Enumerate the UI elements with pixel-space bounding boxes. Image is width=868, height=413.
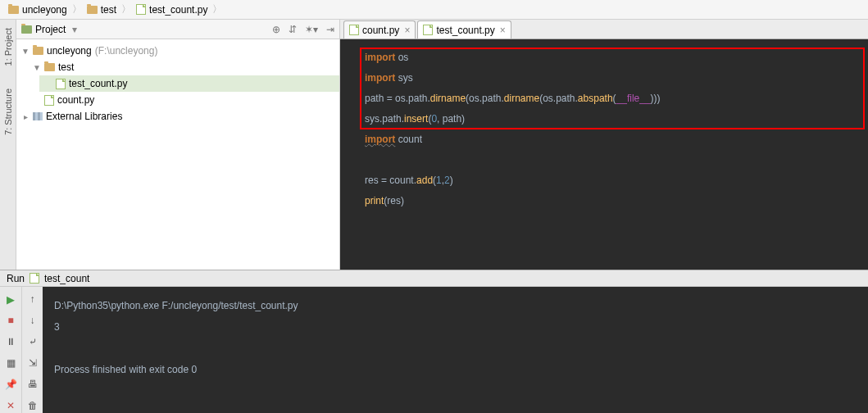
wrap-icon[interactable]: ⤶ (25, 334, 40, 349)
project-tree: ▼uncleyong (F:\uncleyong)▼testtest_count… (16, 39, 339, 270)
run-header: Run test_count (0, 270, 868, 287)
run-header-label: Run (7, 273, 25, 284)
console-line: D:\Python35\python.exe F:/uncleyong/test… (54, 295, 857, 316)
dropdown-icon[interactable]: ▾ (72, 24, 77, 35)
run-gutter-secondary: ↑ ↓ ⤶ ⇲ 🖶 🗑 (21, 287, 43, 413)
rerun-icon[interactable]: ▶ (3, 292, 18, 306)
tree-label: count.py (57, 94, 94, 106)
tree-hint: (F:\uncleyong) (95, 45, 158, 57)
close-icon[interactable]: × (500, 25, 506, 36)
up-icon[interactable]: ↑ (25, 292, 40, 306)
console-line: Process finished with exit code 0 (54, 359, 857, 380)
pyfile-icon (44, 95, 54, 106)
editor-area: count.py×test_count.py× import os import… (340, 20, 868, 270)
breadcrumb-item[interactable]: test (84, 4, 120, 16)
chevron-right-icon: 〉 (212, 2, 222, 16)
tree-row[interactable]: test_count.py (39, 75, 339, 92)
twisty-icon[interactable]: ▼ (21, 47, 30, 56)
stop-icon[interactable]: ■ (3, 313, 18, 328)
run-gutter-primary: ▶ ■ ⏸ ▦ 📌 ✕ (0, 287, 21, 413)
tree-label: test (58, 61, 74, 73)
project-pane-title: Project (35, 24, 66, 35)
tree-label: test_count.py (69, 78, 127, 89)
code-editor[interactable]: import os import sys path = os.path.dirn… (340, 39, 868, 270)
project-pane-header: Project ▾ ⊕ ⇵ ✶▾ ⇥ (16, 20, 339, 39)
layout-icon[interactable]: ▦ (3, 356, 18, 370)
close-icon[interactable]: ✕ (3, 398, 18, 413)
tree-row[interactable]: ▼test (28, 59, 339, 75)
python-file-icon (349, 25, 359, 35)
console-output[interactable]: D:\Python35\python.exe F:/uncleyong/test… (43, 287, 868, 413)
tree-row[interactable]: ▸External Libraries (16, 108, 339, 125)
chevron-right-icon: 〉 (121, 2, 131, 16)
settings-icon[interactable]: ✶▾ (305, 24, 318, 35)
pause-icon[interactable]: ⏸ (3, 334, 18, 349)
python-file-icon (423, 25, 433, 35)
tab-label: count.py (362, 25, 399, 36)
breadcrumb: uncleyong 〉 test 〉 test_count.py 〉 (0, 0, 868, 20)
structure-tool-tab[interactable]: 7: Structure (3, 85, 13, 138)
down-icon[interactable]: ↓ (25, 313, 40, 328)
print-icon[interactable]: 🖶 (25, 377, 40, 392)
editor-tabs: count.py×test_count.py× (340, 20, 868, 39)
project-tool-tab[interactable]: 1: Project (3, 25, 13, 69)
chevron-right-icon: 〉 (72, 2, 82, 16)
run-tool-window: Run test_count ▶ ■ ⏸ ▦ 📌 ✕ ↑ ↓ ⤶ ⇲ 🖶 🗑 D… (0, 270, 868, 413)
editor-tab[interactable]: count.py× (343, 20, 416, 39)
tool-window-stripe: 1: Project 7: Structure (0, 20, 16, 270)
lib-icon (33, 112, 43, 120)
editor-tab[interactable]: test_count.py× (417, 20, 511, 39)
folder-icon (33, 47, 43, 55)
console-line: 3 (54, 316, 857, 338)
target-icon[interactable]: ⊕ (272, 24, 280, 35)
tree-row[interactable]: count.py (28, 92, 339, 108)
trash-icon[interactable]: 🗑 (25, 398, 40, 413)
pin-icon[interactable]: 📌 (3, 377, 18, 392)
breadcrumb-item[interactable]: test_count.py (133, 4, 211, 16)
project-icon (21, 25, 32, 34)
collapse-icon[interactable]: ⇥ (326, 24, 334, 35)
close-icon[interactable]: × (404, 25, 410, 36)
project-pane: Project ▾ ⊕ ⇵ ✶▾ ⇥ ▼uncleyong (F:\uncley… (16, 20, 340, 270)
python-file-icon (136, 4, 146, 15)
sort-icon[interactable]: ⇵ (289, 24, 297, 35)
python-file-icon (30, 273, 39, 284)
tree-label: External Libraries (46, 111, 122, 122)
tree-row[interactable]: ▼uncleyong (F:\uncleyong) (16, 43, 339, 59)
scroll-icon[interactable]: ⇲ (25, 356, 40, 370)
tree-label: uncleyong (47, 45, 92, 57)
twisty-icon[interactable]: ▸ (21, 112, 30, 121)
folder-icon (87, 6, 98, 14)
run-config-name: test_count (44, 273, 89, 284)
twisty-icon[interactable]: ▼ (33, 63, 41, 72)
tab-label: test_count.py (436, 25, 494, 36)
pyfile-icon (56, 79, 66, 89)
console-line (54, 338, 857, 359)
folder-icon (44, 63, 55, 71)
breadcrumb-item[interactable]: uncleyong (5, 4, 70, 16)
folder-icon (8, 6, 19, 14)
